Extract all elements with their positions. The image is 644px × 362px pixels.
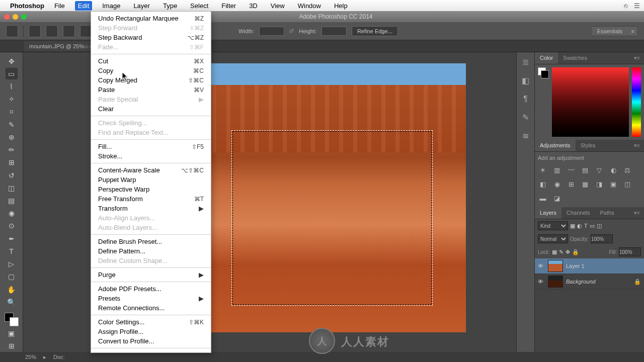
swatches-tab[interactable]: Swatches: [558, 52, 592, 64]
edit-menu-item[interactable]: Define Pattern...: [91, 246, 211, 256]
menu-image[interactable]: Image: [99, 1, 123, 11]
marquee-tool-icon[interactable]: ▭: [6, 68, 18, 79]
hue-sat-adjustment-icon[interactable]: ◐: [608, 165, 618, 175]
lasso-tool-icon[interactable]: ⌇: [6, 80, 18, 92]
menu-3d[interactable]: 3D: [246, 1, 261, 11]
layer-thumbnail[interactable]: [548, 260, 563, 272]
photo-filter-adjustment-icon[interactable]: ◉: [552, 179, 562, 189]
list-icon[interactable]: ☰: [634, 2, 640, 10]
edit-menu-item[interactable]: Stroke...: [91, 151, 211, 161]
zoom-tool-icon[interactable]: 🔍: [6, 296, 18, 308]
filter-shape-icon[interactable]: ▭: [590, 223, 595, 229]
layers-tab[interactable]: Layers: [535, 207, 561, 219]
color-field[interactable]: [552, 67, 629, 137]
quick-share-icon[interactable]: ⎋: [624, 2, 628, 10]
color-swatches[interactable]: [5, 313, 19, 326]
layer-name[interactable]: Layer 1: [566, 263, 641, 269]
close-window-button[interactable]: [4, 14, 10, 20]
menu-type[interactable]: Type: [160, 1, 180, 11]
filter-type-icon[interactable]: T: [584, 223, 588, 229]
fill-input[interactable]: [619, 247, 641, 256]
menu-file[interactable]: File: [51, 1, 68, 11]
marquee-mode-sub-icon[interactable]: [63, 25, 75, 37]
layer-row[interactable]: 👁 Background 🔒: [535, 274, 644, 290]
edit-menu-item[interactable]: Paste⌘V: [91, 85, 211, 95]
edit-menu-item[interactable]: Perspective Warp: [91, 185, 211, 194]
brush-tool-icon[interactable]: ✏: [6, 144, 18, 156]
app-name[interactable]: Photoshop: [10, 2, 44, 10]
edit-menu-item[interactable]: Presets▶: [91, 294, 211, 303]
edit-menu-item[interactable]: Clear: [91, 104, 211, 114]
posterize-adjustment-icon[interactable]: ▣: [608, 179, 618, 189]
tool-preset-icon[interactable]: [6, 25, 18, 37]
menu-layer[interactable]: Layer: [130, 1, 153, 11]
blend-mode-select[interactable]: Normal: [538, 234, 568, 243]
edit-menu-item[interactable]: Copy⌘C: [91, 66, 211, 75]
edit-menu-item[interactable]: Cut⌘X: [91, 56, 211, 66]
bw-adjustment-icon[interactable]: ◧: [538, 179, 548, 189]
properties-panel-icon[interactable]: ◧: [522, 76, 529, 85]
edit-menu-item[interactable]: Purge▶: [91, 270, 211, 280]
layer-name[interactable]: Background: [566, 279, 631, 285]
edit-menu-item[interactable]: Content-Aware Scale⌥⇧⌘C: [91, 165, 211, 175]
menu-select[interactable]: Select: [187, 1, 211, 11]
type-tool-icon[interactable]: T: [6, 245, 18, 257]
adjustments-tab[interactable]: Adjustments: [535, 140, 576, 151]
workspace-selector[interactable]: Essentials: [591, 26, 638, 36]
menu-view[interactable]: View: [268, 1, 288, 11]
channels-tab[interactable]: Channels: [561, 207, 595, 219]
color-panel-menu-icon[interactable]: ▾≡: [630, 52, 644, 64]
edit-menu-item[interactable]: Undo Rectangular Marquee⌘Z: [91, 14, 211, 23]
opacity-input[interactable]: [591, 234, 613, 243]
adjustments-panel-menu-icon[interactable]: ▾≡: [630, 140, 644, 151]
lock-position-icon[interactable]: ✥: [566, 249, 570, 255]
eraser-tool-icon[interactable]: ◫: [6, 182, 18, 194]
move-tool-icon[interactable]: ✥: [6, 55, 18, 67]
height-input[interactable]: [321, 27, 347, 36]
exposure-adjustment-icon[interactable]: ▤: [580, 165, 590, 175]
edit-menu-item[interactable]: Convert to Profile...: [91, 336, 211, 346]
marquee-mode-add-icon[interactable]: [46, 25, 58, 37]
layer-row[interactable]: 👁 Layer 1: [535, 258, 644, 274]
screen-mode-icon[interactable]: ⊞: [6, 340, 18, 352]
edit-menu-item[interactable]: Puppet Warp: [91, 175, 211, 185]
doc-info-icon[interactable]: ▸: [43, 354, 46, 360]
layer-thumbnail[interactable]: [548, 276, 563, 288]
history-brush-tool-icon[interactable]: ↺: [6, 169, 18, 181]
gradient-map-adjustment-icon[interactable]: ▬: [538, 193, 548, 203]
menu-edit[interactable]: Edit: [75, 1, 92, 11]
eyedropper-tool-icon[interactable]: ✎: [6, 119, 18, 130]
zoom-level[interactable]: 25%: [25, 354, 36, 360]
adjustments-panel-icon[interactable]: ≋: [522, 131, 529, 141]
menu-help[interactable]: Help: [331, 1, 351, 11]
invert-adjustment-icon[interactable]: ◨: [594, 179, 604, 189]
edit-menu-item[interactable]: Color Settings...⇧⌘K: [91, 317, 211, 327]
character-panel-icon[interactable]: ¶: [523, 95, 528, 104]
filter-adjust-icon[interactable]: ◐: [577, 223, 582, 229]
edit-menu-item[interactable]: Copy Merged⇧⌘C: [91, 75, 211, 85]
rectangle-tool-icon[interactable]: ▢: [6, 271, 18, 283]
dodge-tool-icon[interactable]: ⊙: [6, 220, 18, 232]
selective-color-adjustment-icon[interactable]: ◪: [552, 193, 562, 203]
threshold-adjustment-icon[interactable]: ◫: [622, 179, 632, 189]
edit-menu-item[interactable]: Step Backward⌥⌘Z: [91, 33, 211, 42]
color-tab[interactable]: Color: [535, 52, 558, 64]
edit-menu-item[interactable]: Adobe PDF Presets...: [91, 284, 211, 294]
history-panel-icon[interactable]: ≣: [522, 57, 529, 67]
filter-smart-icon[interactable]: ◫: [597, 223, 602, 229]
swap-dimensions-icon[interactable]: ⇄: [289, 28, 294, 34]
pen-tool-icon[interactable]: ✒: [6, 233, 18, 244]
layers-panel-menu-icon[interactable]: ▾≡: [630, 207, 644, 219]
spot-heal-tool-icon[interactable]: ⊛: [6, 131, 18, 143]
paths-tab[interactable]: Paths: [595, 207, 619, 219]
visibility-icon[interactable]: 👁: [538, 279, 545, 285]
refine-edge-button[interactable]: Refine Edge...: [352, 26, 398, 36]
edit-menu-item[interactable]: Define Brush Preset...: [91, 237, 211, 246]
quick-mask-icon[interactable]: ▣: [6, 327, 18, 339]
visibility-icon[interactable]: 👁: [538, 263, 545, 269]
zoom-window-button[interactable]: [21, 14, 27, 20]
marquee-mode-new-icon[interactable]: [29, 25, 41, 37]
brightness-adjustment-icon[interactable]: ☀: [538, 165, 548, 175]
levels-adjustment-icon[interactable]: ▥: [552, 165, 562, 175]
layer-filter-kind[interactable]: Kind: [538, 221, 568, 230]
